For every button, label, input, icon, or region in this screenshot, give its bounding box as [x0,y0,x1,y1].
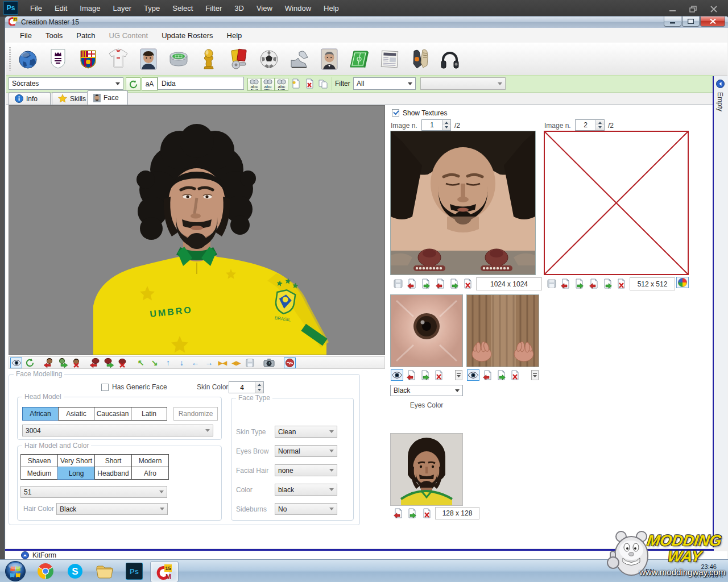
eye-texture-delete-icon[interactable] [432,369,445,381]
texture2-export-file-icon[interactable] [601,278,614,289]
refresh-player-button[interactable] [126,77,140,91]
rotate-upleft-icon[interactable]: ↖ [135,357,147,368]
photo-import-icon[interactable] [392,508,404,519]
hair-modern-button[interactable]: Modern [131,454,169,467]
taskbar-chrome-button[interactable] [32,561,59,581]
skin-type-select[interactable]: Clean [275,426,337,438]
hair-afro-button[interactable]: Afro [131,467,169,480]
move-down-icon[interactable]: ↓ [176,357,188,368]
head-model-id-select[interactable]: 3004 [22,425,213,436]
ps-menu-select[interactable]: Select [166,1,199,15]
spin-up-icon[interactable] [596,120,604,125]
dock-splitter-horizontal[interactable] [5,549,714,551]
ps-menu-type[interactable]: Type [138,1,166,15]
ps-menu-image[interactable]: Image [73,1,106,15]
boots-icon[interactable] [287,46,312,72]
player-select[interactable]: Sócrates [9,77,123,90]
case-sensitive-button[interactable]: aA [142,77,158,91]
eyes-brow-select[interactable]: Normal [275,445,337,457]
language-indicator[interactable]: EN [646,568,654,575]
menu-update-rosters[interactable]: Update Rosters [155,29,220,42]
kit-icon[interactable] [106,46,131,72]
head-model-caucasian-button[interactable]: Caucasian [94,407,131,421]
move-left-icon[interactable]: ← [189,357,201,368]
barcelona-crest-icon[interactable] [76,46,101,72]
spin-up-icon[interactable] [255,382,263,388]
spin-up-icon[interactable] [442,120,450,125]
hair-shaven-button[interactable]: Shaven [20,454,58,467]
menu-help[interactable]: Help [220,29,249,42]
model-export-icon[interactable] [102,357,114,368]
ps-menu-filter[interactable]: Filter [199,1,228,15]
menu-file[interactable]: File [13,29,39,42]
face-export-icon[interactable] [56,357,68,368]
model-import-icon[interactable] [89,357,101,368]
hair-color-select[interactable]: Black [56,503,168,515]
ps-close-icon[interactable] [710,5,718,11]
kitform-collapsed-panel[interactable]: KitForm [5,551,727,559]
face-delete-icon[interactable] [70,357,82,368]
model-delete-icon[interactable] [116,357,128,368]
search-prev-button[interactable]: abc [275,78,288,91]
texture2-import-file-icon[interactable] [588,278,600,289]
mask-head-button[interactable] [284,357,296,368]
head-model-african-button[interactable]: African [22,407,59,421]
hands-texture-import-icon[interactable] [481,369,494,381]
palette-button[interactable] [676,277,689,288]
menu-patch[interactable]: Patch [69,29,102,42]
ps-minimize-icon[interactable] [669,5,677,11]
eyes-color-select[interactable]: Black [390,385,463,396]
expand-up-icon[interactable] [21,551,29,559]
preview-eye-button[interactable] [10,357,22,368]
filter-select[interactable]: All [353,77,416,90]
start-button[interactable] [5,560,26,582]
head-model-latin-button[interactable]: Latin [131,407,167,421]
hair-short-button[interactable]: Short [94,454,132,467]
ps-menu-3d[interactable]: 3D [228,1,250,15]
facial-hair-select[interactable]: none [275,464,337,476]
pitch-icon[interactable] [347,46,372,72]
headphones-icon[interactable] [437,46,462,72]
tab-face[interactable]: Face [87,90,128,105]
hands-texture-delete-icon[interactable] [508,369,521,381]
eye-texture-dropdown-button[interactable] [454,369,462,381]
image1-spinner[interactable]: 1 [421,119,451,131]
copy-player-icon[interactable] [317,78,329,89]
zoom-in-icon[interactable]: ▶◀ [217,357,229,368]
ps-restore-icon[interactable] [689,5,697,11]
texture2-delete-icon[interactable] [615,278,627,289]
move-up-icon[interactable]: ↑ [162,357,174,368]
hair-model-id-select[interactable]: 51 [20,486,167,498]
goalkeeper-gloves-icon[interactable] [407,46,432,72]
taskbar-explorer-button[interactable] [91,561,118,581]
3d-preview-viewport[interactable]: UMBRO BRASIL [9,105,385,355]
texture1-import-icon[interactable] [406,278,418,289]
ps-menu-file[interactable]: File [24,1,48,15]
search-input[interactable]: Dida [158,77,244,90]
hands-texture-export-icon[interactable] [495,369,507,381]
eye-texture-export-icon[interactable] [419,369,431,381]
titlebar[interactable]: 15 Creation Master 15 [5,16,728,28]
taskbar-clock[interactable]: 23:46 8.7.2015 г. [694,563,723,580]
spin-down-icon[interactable] [596,125,604,130]
facial-hair-color-select[interactable]: black [275,484,337,496]
hands-texture-preview-button[interactable] [467,369,479,381]
texture1-delete-icon[interactable] [461,278,474,289]
news-icon[interactable] [377,46,402,72]
head-model-asiatic-button[interactable]: Asiatic [58,407,94,421]
spin-down-icon[interactable] [442,125,450,130]
image2-spinner[interactable]: 2 [575,119,605,131]
menu-tools[interactable]: Tools [39,29,69,42]
close-button[interactable] [700,16,725,27]
spin-down-icon[interactable] [255,388,263,393]
manager-photo-icon[interactable] [317,46,342,72]
stadium-icon[interactable] [166,46,191,72]
hair-long-button[interactable]: Long [57,467,95,480]
new-player-icon[interactable] [289,78,302,89]
world-cup-trophy-icon[interactable] [196,46,221,72]
has-generic-face-checkbox[interactable] [101,384,109,391]
ps-menu-layer[interactable]: Layer [107,1,138,15]
delete-player-icon[interactable] [303,78,316,89]
sideburns-select[interactable]: No [275,503,337,515]
hands-texture-dropdown-button[interactable] [531,369,539,381]
